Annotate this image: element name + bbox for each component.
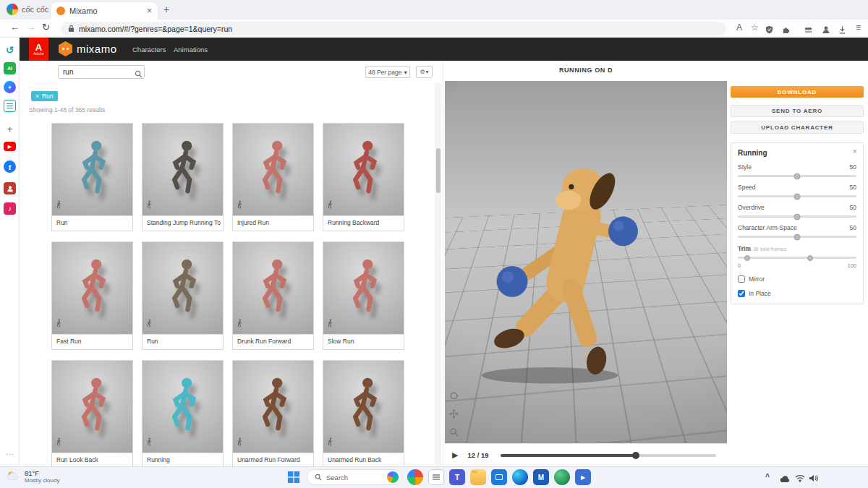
- bookmark-star-icon[interactable]: ☆: [751, 23, 759, 32]
- notes-icon[interactable]: [4, 100, 16, 112]
- nav-characters[interactable]: Characters: [132, 46, 166, 53]
- animation-card[interactable]: Standing Jump Running To: [142, 123, 224, 231]
- adobe-logo[interactable]: A Adobe: [29, 38, 48, 61]
- animation-card[interactable]: Drunk Run Forward: [232, 241, 314, 350]
- start-button[interactable]: [286, 469, 302, 485]
- download-button[interactable]: DOWNLOAD: [731, 86, 864, 98]
- adblock-shield-icon[interactable]: [765, 24, 773, 37]
- taskbar-app-notepad[interactable]: [428, 469, 444, 485]
- animation-thumbnail[interactable]: [142, 242, 223, 334]
- list-scrollbar[interactable]: [435, 83, 441, 466]
- animation-thumbnail[interactable]: [233, 242, 313, 334]
- volume-icon[interactable]: [809, 472, 818, 485]
- music-app-icon[interactable]: ♪: [4, 202, 16, 215]
- new-tab-button[interactable]: +: [163, 4, 169, 15]
- downloads-icon[interactable]: [838, 24, 846, 37]
- taskbar-app-coccoc[interactable]: [407, 469, 423, 485]
- menu-icon[interactable]: ≡: [856, 23, 861, 32]
- tray-expand-icon[interactable]: ^: [765, 473, 770, 481]
- per-page-select[interactable]: 48 Per page ▾: [365, 66, 410, 78]
- playback-slider[interactable]: [501, 454, 716, 457]
- animation-thumbnail[interactable]: [323, 124, 404, 215]
- animation-thumbnail[interactable]: [142, 124, 223, 215]
- reload-icon[interactable]: ↻: [42, 22, 50, 32]
- address-bar[interactable]: mixamo.com/#/?genres=&page=1&query=run: [61, 22, 726, 35]
- youtube-icon[interactable]: ▶: [4, 142, 16, 151]
- filter-chip-run[interactable]: × Run: [31, 91, 58, 101]
- animation-card[interactable]: Fast Run: [51, 241, 133, 350]
- taskbar-search-box[interactable]: Search: [307, 469, 402, 485]
- animation-card[interactable]: Running Backward: [323, 123, 404, 231]
- translate-icon[interactable]: A: [736, 23, 742, 32]
- animation-card[interactable]: Unarmed Run Back: [323, 360, 404, 466]
- profile-shortcut-icon[interactable]: [4, 182, 16, 194]
- animation-card[interactable]: Slow Run: [323, 241, 404, 350]
- character-model[interactable]: [480, 150, 672, 389]
- slider-speed-handle[interactable]: [794, 193, 801, 200]
- animation-card[interactable]: Running: [142, 360, 224, 466]
- viewport-3d[interactable]: [445, 81, 727, 443]
- mixamo-logo-text[interactable]: mixamo: [77, 43, 117, 55]
- back-icon[interactable]: ←: [10, 22, 20, 32]
- add-shortcut-icon[interactable]: +: [4, 123, 16, 135]
- mirror-checkbox[interactable]: [738, 275, 745, 283]
- taskbar-app-file-explorer[interactable]: [470, 469, 486, 485]
- taskbar-app-teams[interactable]: T: [449, 469, 465, 485]
- taskbar-app-store[interactable]: [491, 469, 507, 485]
- slider-arm-space[interactable]: [738, 236, 856, 238]
- trim-slider[interactable]: [738, 257, 856, 259]
- settings-dropdown-button[interactable]: ⚙ ▾: [416, 66, 433, 78]
- scrollbar-thumb[interactable]: [436, 148, 441, 193]
- upload-character-button[interactable]: UPLOAD CHARACTER: [731, 121, 864, 134]
- animation-card[interactable]: Injured Run: [232, 123, 314, 231]
- animation-thumbnail[interactable]: [52, 242, 132, 334]
- onedrive-cloud-icon[interactable]: [780, 473, 790, 486]
- taskbar-app-word[interactable]: M: [533, 469, 549, 485]
- animation-search-input[interactable]: [58, 65, 145, 79]
- send-to-aero-button[interactable]: SEND TO AERO: [731, 105, 864, 117]
- search-icon[interactable]: [135, 68, 142, 81]
- animation-thumbnail[interactable]: [52, 124, 132, 215]
- slider-overdrive-handle[interactable]: [794, 213, 801, 220]
- animation-thumbnail[interactable]: [233, 124, 313, 215]
- sidebar-more-icon[interactable]: ⋯: [4, 448, 16, 461]
- taskbar-app-media[interactable]: ▶: [575, 469, 591, 485]
- slider-style-handle[interactable]: [794, 173, 801, 179]
- profile-avatar-icon[interactable]: [822, 24, 830, 37]
- taskbar-weather-widget[interactable]: 81°F Mostly cloudy: [6, 469, 59, 484]
- mirror-checkbox-row[interactable]: Mirror: [738, 275, 765, 283]
- animation-thumbnail[interactable]: [233, 361, 313, 453]
- animation-card[interactable]: Run: [51, 123, 133, 231]
- animation-card[interactable]: Run Look Back: [51, 360, 133, 466]
- viewport-pan-icon[interactable]: [449, 408, 459, 421]
- history-icon[interactable]: ↺: [4, 43, 16, 56]
- animation-thumbnail[interactable]: [52, 361, 132, 453]
- taskbar-app-edge[interactable]: [512, 469, 528, 485]
- in-place-checkbox-row[interactable]: In Place: [738, 290, 771, 297]
- viewport-zoom-icon[interactable]: [449, 427, 459, 440]
- reading-list-icon[interactable]: [804, 24, 812, 37]
- messenger-icon[interactable]: [4, 81, 16, 93]
- trim-start-handle[interactable]: [744, 255, 750, 261]
- viewport-orbit-icon[interactable]: [449, 390, 459, 403]
- extensions-puzzle-icon[interactable]: [783, 24, 791, 37]
- playback-slider-thumb[interactable]: [632, 452, 639, 459]
- forward-icon[interactable]: →: [26, 22, 35, 32]
- animation-thumbnail[interactable]: [323, 242, 404, 334]
- animation-thumbnail[interactable]: [323, 361, 404, 453]
- wifi-icon[interactable]: [795, 472, 805, 485]
- play-button[interactable]: ▶: [452, 451, 458, 459]
- chip-close-icon[interactable]: ×: [35, 93, 39, 100]
- in-place-checkbox[interactable]: [738, 290, 745, 297]
- facebook-icon[interactable]: f: [4, 160, 16, 173]
- taskbar-app-green[interactable]: [554, 469, 570, 485]
- slider-arm-space-handle[interactable]: [794, 234, 801, 240]
- slider-overdrive[interactable]: [738, 215, 856, 218]
- slider-speed[interactable]: [738, 195, 856, 197]
- animation-card[interactable]: Unarmed Run Forward: [232, 360, 314, 466]
- animation-card[interactable]: Run: [142, 241, 224, 350]
- nav-animations[interactable]: Animations: [174, 46, 208, 53]
- animation-thumbnail[interactable]: [142, 361, 223, 453]
- ai-chat-icon[interactable]: AI: [4, 62, 16, 74]
- panel-close-icon[interactable]: ×: [853, 147, 857, 155]
